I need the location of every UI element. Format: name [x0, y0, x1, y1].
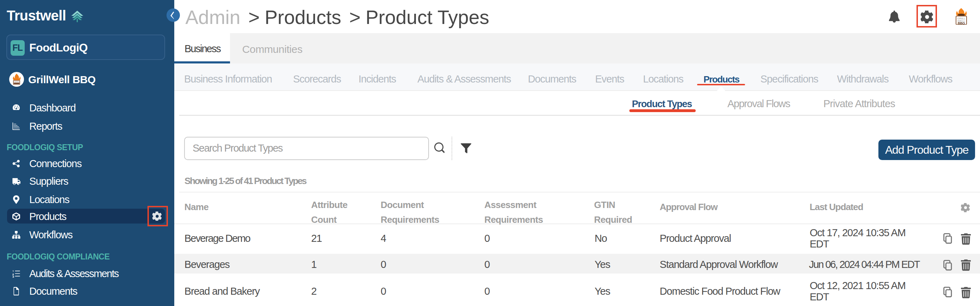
svg-text:BBQ: BBQ [958, 21, 964, 25]
